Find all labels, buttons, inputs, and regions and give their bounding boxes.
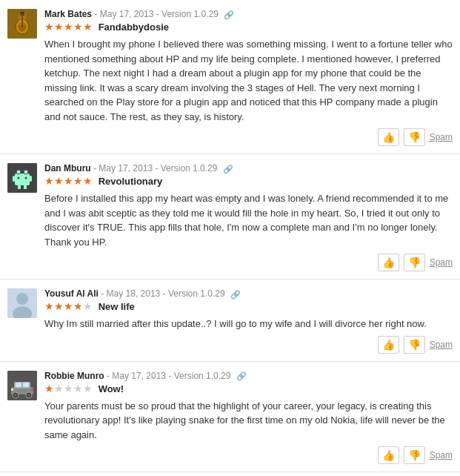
review-body: Your parents must be so proud that the h… bbox=[44, 399, 453, 443]
svg-rect-35 bbox=[31, 389, 33, 391]
star-3: ★ bbox=[64, 21, 73, 33]
star-4: ★ bbox=[73, 21, 83, 33]
stars-row: ★★★★★ Wow! bbox=[44, 383, 453, 396]
thumbup-button[interactable]: 👍 bbox=[378, 336, 399, 354]
review-header: Yousuf Al Ali - May 18, 2013 - Version 1… bbox=[7, 288, 453, 331]
spam-button[interactable]: Spam bbox=[430, 340, 453, 350]
thumbup-button[interactable]: 👍 bbox=[378, 128, 399, 146]
spam-button[interactable]: Spam bbox=[430, 450, 453, 460]
review-content: Dan Mburu - May 17, 2013 - Version 1.0.2… bbox=[44, 163, 453, 249]
star-2: ★ bbox=[54, 383, 64, 394]
star-5: ★ bbox=[83, 300, 93, 312]
thumbup-button[interactable]: 👍 bbox=[378, 254, 399, 271]
review-title: Revolutionary bbox=[99, 176, 163, 187]
spam-button[interactable]: Spam bbox=[430, 257, 453, 268]
svg-rect-11 bbox=[15, 173, 30, 185]
review-body: Why Im still married after this update..… bbox=[44, 317, 453, 331]
star-4: ★ bbox=[73, 300, 83, 312]
spam-button[interactable]: Spam bbox=[430, 132, 453, 142]
star-1: ★ bbox=[44, 300, 54, 312]
thumbdown-button[interactable]: 👎 bbox=[404, 254, 425, 271]
svg-rect-19 bbox=[24, 185, 27, 189]
svg-rect-17 bbox=[30, 176, 32, 182]
star-3: ★ bbox=[64, 383, 73, 394]
star-5: ★ bbox=[83, 21, 93, 33]
stars-row: ★★★★★ Fandabbydosie bbox=[44, 21, 453, 34]
star-rating: ★★★★★ bbox=[44, 175, 93, 187]
thumbdown-button[interactable]: 👎 bbox=[404, 446, 425, 464]
svg-point-13 bbox=[24, 170, 28, 174]
review-4: Robbie Munro - May 17, 2013 - Version 1.… bbox=[0, 362, 460, 473]
permalink-icon[interactable]: 🔗 bbox=[223, 165, 232, 173]
review-body: Before I installed this app my heart was… bbox=[44, 191, 453, 249]
star-5: ★ bbox=[83, 383, 93, 394]
star-3: ★ bbox=[64, 175, 73, 187]
star-2: ★ bbox=[54, 300, 64, 312]
review-footer: 👍 👎 Spam bbox=[7, 128, 453, 146]
permalink-icon[interactable]: 🔗 bbox=[230, 290, 239, 299]
star-1: ★ bbox=[44, 21, 54, 33]
author-name: Mark Bates bbox=[44, 9, 92, 19]
review-content: Mark Bates - May 17, 2013 - Version 1.0.… bbox=[44, 9, 453, 124]
author-name: Robbie Munro bbox=[44, 371, 104, 381]
review-meta: Robbie Munro - May 17, 2013 - Version 1.… bbox=[44, 371, 453, 381]
meta-separator: - May 17, 2013 - Version 1.0.29 bbox=[107, 371, 230, 381]
review-meta: Mark Bates - May 17, 2013 - Version 1.0.… bbox=[44, 9, 453, 19]
star-2: ★ bbox=[54, 175, 64, 187]
star-2: ★ bbox=[54, 21, 64, 33]
svg-point-32 bbox=[14, 394, 17, 397]
review-header: Dan Mburu - May 17, 2013 - Version 1.0.2… bbox=[7, 163, 453, 249]
svg-point-14 bbox=[18, 177, 20, 179]
thumbdown-button[interactable]: 👎 bbox=[404, 128, 425, 146]
svg-rect-34 bbox=[11, 389, 13, 391]
star-1: ★ bbox=[44, 175, 54, 187]
thumbdown-button[interactable]: 👎 bbox=[404, 336, 425, 354]
star-4: ★ bbox=[73, 383, 83, 394]
review-content: Robbie Munro - May 17, 2013 - Version 1.… bbox=[44, 371, 453, 443]
review-footer: 👍 👎 Spam bbox=[7, 254, 453, 271]
permalink-icon[interactable]: 🔗 bbox=[224, 10, 233, 19]
meta-separator: - May 18, 2013 - Version 1.0.29 bbox=[101, 288, 224, 299]
svg-point-12 bbox=[16, 170, 21, 174]
svg-point-23 bbox=[16, 293, 28, 305]
star-rating: ★★★★★ bbox=[44, 383, 93, 394]
svg-rect-29 bbox=[23, 383, 29, 387]
svg-point-33 bbox=[27, 394, 30, 397]
thumbup-button[interactable]: 👍 bbox=[378, 446, 399, 464]
star-4: ★ bbox=[73, 175, 83, 187]
meta-separator: - May 17, 2013 - Version 1.0.29 bbox=[93, 163, 217, 173]
review-title: Wow! bbox=[99, 383, 124, 394]
review-body: When I brought my phone I believed there… bbox=[44, 37, 453, 124]
star-3: ★ bbox=[64, 300, 73, 312]
review-2: Dan Mburu - May 17, 2013 - Version 1.0.2… bbox=[0, 154, 460, 280]
star-5: ★ bbox=[83, 175, 93, 187]
permalink-icon[interactable]: 🔗 bbox=[236, 371, 245, 380]
avatar bbox=[7, 163, 37, 193]
svg-rect-28 bbox=[16, 383, 21, 387]
stars-row: ★★★★★ Revolutionary bbox=[44, 175, 453, 188]
review-title: Fandabbydosie bbox=[99, 22, 169, 33]
review-header: Robbie Munro - May 17, 2013 - Version 1.… bbox=[7, 371, 453, 443]
review-footer: 👍 👎 Spam bbox=[7, 336, 453, 354]
svg-rect-16 bbox=[13, 176, 15, 182]
author-name: Dan Mburu bbox=[44, 163, 91, 173]
star-rating: ★★★★★ bbox=[44, 300, 93, 312]
avatar bbox=[7, 371, 37, 400]
author-name: Yousuf Al Ali bbox=[44, 288, 99, 299]
review-footer: 👍 👎 Spam bbox=[7, 446, 453, 464]
review-meta: Dan Mburu - May 17, 2013 - Version 1.0.2… bbox=[44, 163, 453, 173]
avatar bbox=[7, 9, 37, 39]
star-rating: ★★★★★ bbox=[44, 21, 93, 33]
svg-point-15 bbox=[25, 177, 27, 179]
review-1: Mark Bates - May 17, 2013 - Version 1.0.… bbox=[0, 0, 460, 154]
review-3: Yousuf Al Ali - May 18, 2013 - Version 1… bbox=[0, 280, 460, 362]
review-content: Yousuf Al Ali - May 18, 2013 - Version 1… bbox=[44, 288, 453, 331]
review-title: New life bbox=[99, 301, 135, 312]
stars-row: ★★★★★ New life bbox=[44, 300, 453, 314]
star-1: ★ bbox=[44, 383, 54, 394]
avatar bbox=[7, 288, 37, 318]
review-header: Mark Bates - May 17, 2013 - Version 1.0.… bbox=[7, 9, 453, 124]
svg-rect-18 bbox=[18, 185, 21, 189]
meta-separator: - May 17, 2013 - Version 1.0.29 bbox=[94, 9, 218, 19]
review-meta: Yousuf Al Ali - May 18, 2013 - Version 1… bbox=[44, 288, 453, 299]
